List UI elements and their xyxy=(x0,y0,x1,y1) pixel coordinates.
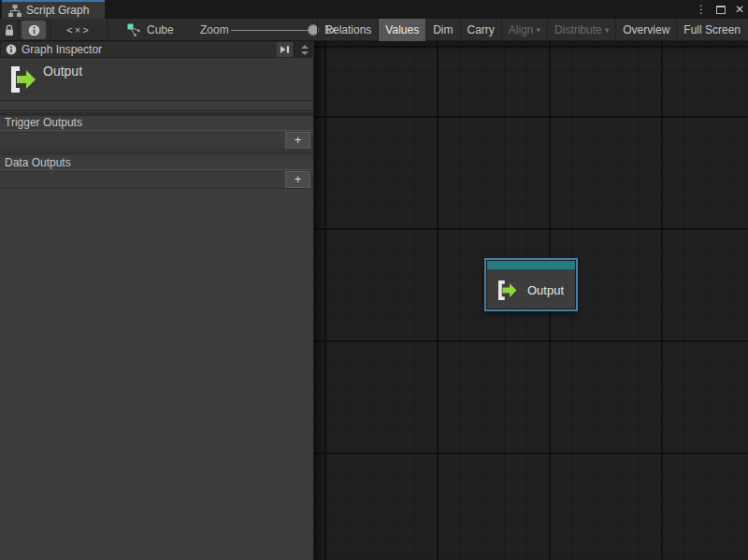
output-unit-icon xyxy=(496,278,518,303)
chevron-down-icon: ▾ xyxy=(605,19,610,41)
add-data-output-button[interactable]: + xyxy=(285,171,310,188)
output-node-header xyxy=(487,261,575,270)
info-icon xyxy=(28,24,40,36)
align-dropdown: Align ▾ xyxy=(501,19,547,41)
toolbar-button-group: Relations Values Dim Carry Align ▾ Distr… xyxy=(317,19,747,41)
graph-target-button[interactable]: Cube xyxy=(127,19,174,41)
maximize-icon[interactable] xyxy=(716,6,726,14)
dock-panel-button[interactable] xyxy=(277,42,293,57)
graph-inspector-header: Graph Inspector xyxy=(0,41,295,58)
panel-scrub-control[interactable] xyxy=(295,41,314,58)
chevron-down-icon: ▾ xyxy=(537,19,541,41)
graph-inspector-title: Graph Inspector xyxy=(22,43,272,56)
graph-canvas[interactable]: Output xyxy=(314,41,748,560)
tab-script-graph[interactable]: Script Graph xyxy=(2,0,105,19)
section-divider xyxy=(0,102,313,111)
script-graph-window: Script Graph ⋮ ✕ <×> xyxy=(0,0,748,560)
lock-icon xyxy=(5,24,14,36)
graph-target-label: Cube xyxy=(147,23,174,36)
section-gap xyxy=(0,151,313,155)
values-button[interactable]: Values xyxy=(378,19,425,41)
close-icon[interactable]: ✕ xyxy=(735,0,744,19)
zoom-label: Zoom xyxy=(200,19,229,41)
distribute-dropdown: Distribute ▾ xyxy=(547,19,615,41)
output-node[interactable]: Output xyxy=(484,258,578,311)
toolbar-separator xyxy=(18,19,19,41)
inspector-toggle-button[interactable] xyxy=(22,21,46,39)
graph-inspector-panel: Graph Inspector Output Trigger Outputs xyxy=(0,41,314,560)
info-icon xyxy=(6,44,17,55)
window-controls: ⋮ ✕ xyxy=(696,0,744,19)
window-menu-icon[interactable]: ⋮ xyxy=(696,0,707,19)
lock-button[interactable] xyxy=(0,19,18,41)
relations-button[interactable]: Relations xyxy=(317,19,378,41)
graph-icon xyxy=(8,5,22,17)
selected-unit-title: Output xyxy=(43,64,82,79)
add-trigger-output-button[interactable]: + xyxy=(285,132,310,149)
trigger-outputs-list: + xyxy=(0,130,313,150)
dock-right-icon xyxy=(280,45,290,54)
selected-unit-summary: Output xyxy=(0,58,313,101)
toolbar-separator xyxy=(50,19,50,41)
code-icon: <×> xyxy=(66,24,90,36)
node-graph-icon xyxy=(127,23,141,37)
plus-icon: + xyxy=(295,133,302,147)
data-outputs-label: Data Outputs xyxy=(5,156,71,169)
arrow-down-icon xyxy=(301,51,309,55)
output-unit-icon xyxy=(7,64,37,95)
code-preview-button[interactable]: <×> xyxy=(54,19,103,41)
toolbar: <×> Cube Zoom 1x Relations Values Dim xyxy=(0,19,748,41)
data-outputs-list: + xyxy=(0,169,313,189)
zoom-slider-track[interactable] xyxy=(231,30,314,31)
carry-button[interactable]: Carry xyxy=(460,19,501,41)
output-node-label: Output xyxy=(527,283,564,297)
output-node-body: Output xyxy=(487,271,575,309)
tab-label: Script Graph xyxy=(26,4,89,17)
full-screen-button[interactable]: Full Screen xyxy=(676,19,747,41)
dim-button[interactable]: Dim xyxy=(425,19,459,41)
toolbar-separator xyxy=(108,19,108,41)
titlebar: Script Graph ⋮ ✕ xyxy=(0,0,748,19)
output-node-frame: Output xyxy=(486,260,576,309)
trigger-outputs-label: Trigger Outputs xyxy=(5,116,82,129)
arrow-up-icon xyxy=(301,45,309,49)
plus-icon: + xyxy=(295,172,302,186)
overview-button[interactable]: Overview xyxy=(615,19,676,41)
